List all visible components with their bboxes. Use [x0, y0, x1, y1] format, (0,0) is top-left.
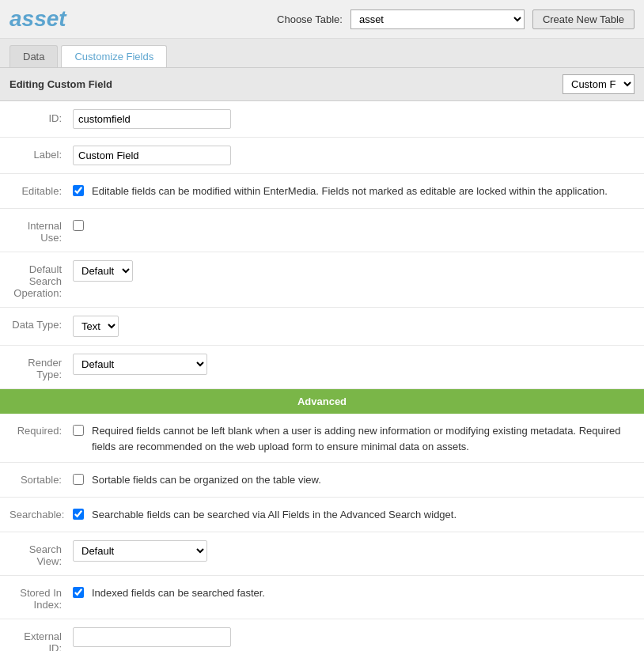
custom-field-select[interactable]: Custom F — [563, 74, 635, 94]
editable-label: Editable: — [9, 182, 73, 197]
required-field: Required fields cannot be left blank whe… — [73, 422, 635, 454]
external-id-input[interactable] — [73, 627, 231, 647]
internal-use-row: Internal Use: — [0, 209, 644, 252]
searchable-field: Searchable fields can be searched via Al… — [73, 505, 635, 523]
id-input[interactable] — [73, 109, 231, 129]
editable-field: Editable fields can be modified within E… — [73, 182, 635, 199]
render-type-row: Render Type: Default — [0, 346, 644, 389]
stored-in-index-checkbox[interactable] — [73, 587, 84, 598]
editing-header: Editing Custom Field Custom F — [0, 68, 644, 101]
required-label: Required: — [9, 422, 73, 437]
default-search-row: Default Search Operation: Default — [0, 252, 644, 308]
main-content: Editing Custom Field Custom F ID: Label:… — [0, 68, 644, 651]
default-search-field: Default — [73, 260, 635, 282]
internal-use-field — [73, 217, 635, 231]
tab-data[interactable]: Data — [9, 45, 58, 67]
header-controls: Choose Table: asset Create New Table — [277, 9, 635, 29]
editable-row: Editable: Editable fields can be modifie… — [0, 174, 644, 209]
label-label: Label: — [9, 146, 73, 161]
editable-desc: Editable fields can be modified within E… — [92, 182, 608, 199]
searchable-checkbox[interactable] — [73, 509, 84, 520]
create-table-button[interactable]: Create New Table — [532, 9, 635, 29]
choose-table-label: Choose Table: — [277, 13, 343, 25]
searchable-row: Searchable: Searchable fields can be sea… — [0, 498, 644, 532]
id-label: ID: — [9, 109, 73, 124]
editable-checkbox[interactable] — [73, 185, 84, 196]
label-field — [73, 146, 635, 165]
id-row: ID: — [0, 101, 644, 138]
app-title: asset — [9, 6, 66, 32]
external-id-row: External ID: — [0, 619, 644, 651]
required-checkbox[interactable] — [73, 425, 84, 436]
required-row: Required: Required fields cannot be left… — [0, 414, 644, 463]
search-view-label: Search View: — [9, 540, 73, 567]
default-search-label: Default Search Operation: — [9, 260, 73, 299]
render-type-field: Default — [73, 354, 635, 375]
internal-use-label: Internal Use: — [9, 217, 73, 244]
render-type-select[interactable]: Default — [73, 354, 207, 375]
label-input[interactable] — [73, 146, 231, 165]
data-type-row: Data Type: Text — [0, 308, 644, 346]
label-row: Label: — [0, 138, 644, 174]
sortable-row: Sortable: Sortable fields can be organiz… — [0, 463, 644, 498]
sortable-label: Sortable: — [9, 471, 73, 486]
render-type-label: Render Type: — [9, 354, 73, 380]
app-header: asset Choose Table: asset Create New Tab… — [0, 0, 644, 39]
advanced-header: Advanced — [0, 389, 644, 414]
search-view-row: Search View: Default — [0, 532, 644, 576]
sortable-checkbox[interactable] — [73, 474, 84, 485]
sortable-desc: Sortable fields can be organized on the … — [92, 471, 321, 488]
tabs-bar: Data Customize Fields — [0, 39, 644, 68]
external-id-field — [73, 627, 635, 647]
stored-in-index-label: Stored In Index: — [9, 584, 73, 611]
tab-customize-fields[interactable]: Customize Fields — [61, 45, 167, 67]
required-desc: Required fields cannot be left blank whe… — [92, 422, 635, 454]
internal-use-checkbox[interactable] — [73, 220, 84, 231]
data-type-select[interactable]: Text — [73, 316, 119, 337]
default-search-select[interactable]: Default — [73, 260, 133, 282]
stored-in-index-field: Indexed fields can be searched faster. — [73, 584, 635, 601]
searchable-label: Searchable: — [9, 505, 73, 520]
editing-title: Editing Custom Field — [9, 78, 112, 90]
stored-in-index-row: Stored In Index: Indexed fields can be s… — [0, 576, 644, 619]
id-field — [73, 109, 635, 129]
search-view-select[interactable]: Default — [73, 540, 207, 562]
external-id-label: External ID: — [9, 627, 73, 651]
table-select[interactable]: asset — [350, 9, 525, 29]
sortable-field: Sortable fields can be organized on the … — [73, 471, 635, 488]
data-type-label: Data Type: — [9, 316, 73, 331]
stored-in-index-desc: Indexed fields can be searched faster. — [92, 584, 265, 601]
search-view-field: Default — [73, 540, 635, 562]
data-type-field: Text — [73, 316, 635, 337]
searchable-desc: Searchable fields can be searched via Al… — [92, 505, 456, 523]
